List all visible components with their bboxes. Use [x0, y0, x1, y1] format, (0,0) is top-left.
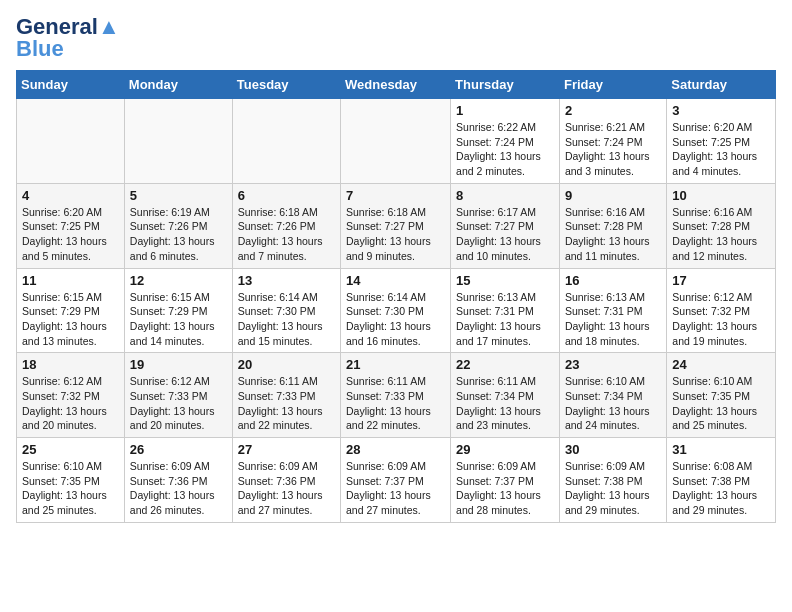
- day-info: Sunrise: 6:14 AMSunset: 7:30 PMDaylight:…: [238, 290, 335, 349]
- day-number: 22: [456, 357, 554, 372]
- logo-text: General▲: [16, 16, 120, 38]
- day-info: Sunrise: 6:21 AMSunset: 7:24 PMDaylight:…: [565, 120, 661, 179]
- calendar-cell: 27Sunrise: 6:09 AMSunset: 7:36 PMDayligh…: [232, 438, 340, 523]
- header-friday: Friday: [559, 71, 666, 99]
- day-info: Sunrise: 6:12 AMSunset: 7:32 PMDaylight:…: [22, 374, 119, 433]
- logo-blue: Blue: [16, 38, 64, 60]
- calendar-cell: 25Sunrise: 6:10 AMSunset: 7:35 PMDayligh…: [17, 438, 125, 523]
- calendar-cell: 26Sunrise: 6:09 AMSunset: 7:36 PMDayligh…: [124, 438, 232, 523]
- calendar-cell: 21Sunrise: 6:11 AMSunset: 7:33 PMDayligh…: [341, 353, 451, 438]
- day-info: Sunrise: 6:08 AMSunset: 7:38 PMDaylight:…: [672, 459, 770, 518]
- day-info: Sunrise: 6:10 AMSunset: 7:35 PMDaylight:…: [672, 374, 770, 433]
- calendar-cell: 7Sunrise: 6:18 AMSunset: 7:27 PMDaylight…: [341, 183, 451, 268]
- header-thursday: Thursday: [451, 71, 560, 99]
- day-number: 31: [672, 442, 770, 457]
- day-info: Sunrise: 6:09 AMSunset: 7:37 PMDaylight:…: [346, 459, 445, 518]
- calendar-cell: 8Sunrise: 6:17 AMSunset: 7:27 PMDaylight…: [451, 183, 560, 268]
- day-number: 13: [238, 273, 335, 288]
- day-number: 27: [238, 442, 335, 457]
- calendar-table: SundayMondayTuesdayWednesdayThursdayFrid…: [16, 70, 776, 523]
- day-number: 10: [672, 188, 770, 203]
- calendar-cell: 18Sunrise: 6:12 AMSunset: 7:32 PMDayligh…: [17, 353, 125, 438]
- day-info: Sunrise: 6:16 AMSunset: 7:28 PMDaylight:…: [565, 205, 661, 264]
- calendar-cell: 31Sunrise: 6:08 AMSunset: 7:38 PMDayligh…: [667, 438, 776, 523]
- day-number: 18: [22, 357, 119, 372]
- header-sunday: Sunday: [17, 71, 125, 99]
- calendar-cell: 2Sunrise: 6:21 AMSunset: 7:24 PMDaylight…: [559, 99, 666, 184]
- day-info: Sunrise: 6:11 AMSunset: 7:33 PMDaylight:…: [346, 374, 445, 433]
- day-info: Sunrise: 6:09 AMSunset: 7:36 PMDaylight:…: [238, 459, 335, 518]
- week-row-1: 1Sunrise: 6:22 AMSunset: 7:24 PMDaylight…: [17, 99, 776, 184]
- calendar-cell: 13Sunrise: 6:14 AMSunset: 7:30 PMDayligh…: [232, 268, 340, 353]
- calendar-cell: 11Sunrise: 6:15 AMSunset: 7:29 PMDayligh…: [17, 268, 125, 353]
- week-row-3: 11Sunrise: 6:15 AMSunset: 7:29 PMDayligh…: [17, 268, 776, 353]
- page-header: General▲ Blue: [16, 16, 776, 60]
- day-info: Sunrise: 6:14 AMSunset: 7:30 PMDaylight:…: [346, 290, 445, 349]
- calendar-cell: 3Sunrise: 6:20 AMSunset: 7:25 PMDaylight…: [667, 99, 776, 184]
- day-number: 7: [346, 188, 445, 203]
- day-info: Sunrise: 6:11 AMSunset: 7:34 PMDaylight:…: [456, 374, 554, 433]
- day-info: Sunrise: 6:15 AMSunset: 7:29 PMDaylight:…: [130, 290, 227, 349]
- day-number: 17: [672, 273, 770, 288]
- calendar-cell: 28Sunrise: 6:09 AMSunset: 7:37 PMDayligh…: [341, 438, 451, 523]
- day-info: Sunrise: 6:13 AMSunset: 7:31 PMDaylight:…: [565, 290, 661, 349]
- calendar-body: 1Sunrise: 6:22 AMSunset: 7:24 PMDaylight…: [17, 99, 776, 523]
- day-number: 2: [565, 103, 661, 118]
- day-info: Sunrise: 6:11 AMSunset: 7:33 PMDaylight:…: [238, 374, 335, 433]
- calendar-cell: [341, 99, 451, 184]
- calendar-cell: 10Sunrise: 6:16 AMSunset: 7:28 PMDayligh…: [667, 183, 776, 268]
- logo: General▲ Blue: [16, 16, 120, 60]
- calendar-cell: 1Sunrise: 6:22 AMSunset: 7:24 PMDaylight…: [451, 99, 560, 184]
- day-number: 9: [565, 188, 661, 203]
- day-number: 4: [22, 188, 119, 203]
- day-info: Sunrise: 6:19 AMSunset: 7:26 PMDaylight:…: [130, 205, 227, 264]
- day-number: 3: [672, 103, 770, 118]
- day-info: Sunrise: 6:10 AMSunset: 7:34 PMDaylight:…: [565, 374, 661, 433]
- day-number: 6: [238, 188, 335, 203]
- calendar-cell: [17, 99, 125, 184]
- header-tuesday: Tuesday: [232, 71, 340, 99]
- day-number: 5: [130, 188, 227, 203]
- day-number: 30: [565, 442, 661, 457]
- day-number: 23: [565, 357, 661, 372]
- day-number: 26: [130, 442, 227, 457]
- day-number: 24: [672, 357, 770, 372]
- calendar-header: SundayMondayTuesdayWednesdayThursdayFrid…: [17, 71, 776, 99]
- calendar-cell: 4Sunrise: 6:20 AMSunset: 7:25 PMDaylight…: [17, 183, 125, 268]
- calendar-cell: 29Sunrise: 6:09 AMSunset: 7:37 PMDayligh…: [451, 438, 560, 523]
- calendar-cell: 17Sunrise: 6:12 AMSunset: 7:32 PMDayligh…: [667, 268, 776, 353]
- calendar-cell: [232, 99, 340, 184]
- day-info: Sunrise: 6:10 AMSunset: 7:35 PMDaylight:…: [22, 459, 119, 518]
- calendar-cell: 30Sunrise: 6:09 AMSunset: 7:38 PMDayligh…: [559, 438, 666, 523]
- day-info: Sunrise: 6:13 AMSunset: 7:31 PMDaylight:…: [456, 290, 554, 349]
- calendar-cell: 5Sunrise: 6:19 AMSunset: 7:26 PMDaylight…: [124, 183, 232, 268]
- day-info: Sunrise: 6:09 AMSunset: 7:36 PMDaylight:…: [130, 459, 227, 518]
- header-wednesday: Wednesday: [341, 71, 451, 99]
- day-number: 28: [346, 442, 445, 457]
- calendar-cell: 15Sunrise: 6:13 AMSunset: 7:31 PMDayligh…: [451, 268, 560, 353]
- day-number: 29: [456, 442, 554, 457]
- calendar-cell: 6Sunrise: 6:18 AMSunset: 7:26 PMDaylight…: [232, 183, 340, 268]
- day-number: 11: [22, 273, 119, 288]
- day-number: 25: [22, 442, 119, 457]
- day-info: Sunrise: 6:22 AMSunset: 7:24 PMDaylight:…: [456, 120, 554, 179]
- day-info: Sunrise: 6:12 AMSunset: 7:32 PMDaylight:…: [672, 290, 770, 349]
- header-saturday: Saturday: [667, 71, 776, 99]
- day-info: Sunrise: 6:18 AMSunset: 7:26 PMDaylight:…: [238, 205, 335, 264]
- day-number: 21: [346, 357, 445, 372]
- day-info: Sunrise: 6:20 AMSunset: 7:25 PMDaylight:…: [22, 205, 119, 264]
- day-number: 20: [238, 357, 335, 372]
- calendar-cell: 19Sunrise: 6:12 AMSunset: 7:33 PMDayligh…: [124, 353, 232, 438]
- day-number: 15: [456, 273, 554, 288]
- day-info: Sunrise: 6:17 AMSunset: 7:27 PMDaylight:…: [456, 205, 554, 264]
- calendar-cell: 23Sunrise: 6:10 AMSunset: 7:34 PMDayligh…: [559, 353, 666, 438]
- week-row-4: 18Sunrise: 6:12 AMSunset: 7:32 PMDayligh…: [17, 353, 776, 438]
- day-info: Sunrise: 6:20 AMSunset: 7:25 PMDaylight:…: [672, 120, 770, 179]
- day-number: 12: [130, 273, 227, 288]
- day-info: Sunrise: 6:12 AMSunset: 7:33 PMDaylight:…: [130, 374, 227, 433]
- week-row-2: 4Sunrise: 6:20 AMSunset: 7:25 PMDaylight…: [17, 183, 776, 268]
- calendar-cell: 16Sunrise: 6:13 AMSunset: 7:31 PMDayligh…: [559, 268, 666, 353]
- calendar-cell: 12Sunrise: 6:15 AMSunset: 7:29 PMDayligh…: [124, 268, 232, 353]
- day-number: 1: [456, 103, 554, 118]
- day-info: Sunrise: 6:18 AMSunset: 7:27 PMDaylight:…: [346, 205, 445, 264]
